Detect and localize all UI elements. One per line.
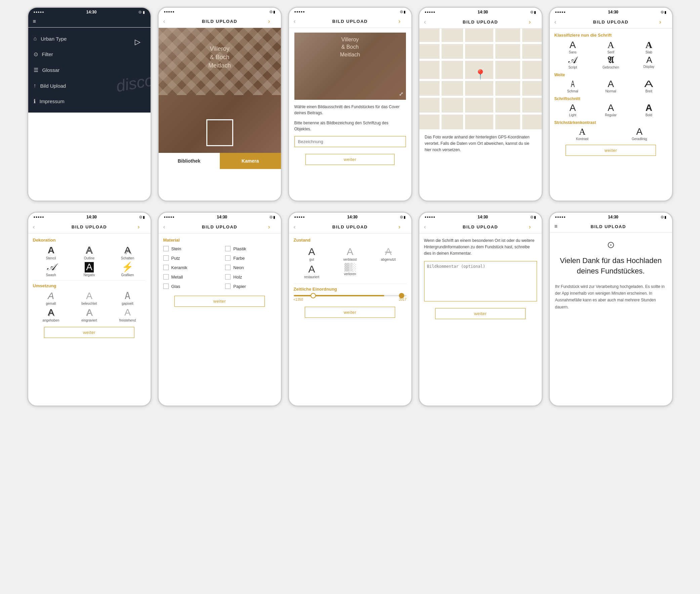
expand-icon[interactable]: ⤢: [399, 91, 403, 97]
mat-item-keramik[interactable]: Keramik: [163, 265, 214, 270]
checkbox-stein[interactable]: [163, 246, 169, 251]
nav-fwd-2-1[interactable]: ›: [138, 223, 146, 230]
label-verblasst: verblasst: [343, 258, 356, 261]
slider-thumb-left[interactable]: [311, 293, 316, 298]
deko-item-swash[interactable]: 𝒜 Swash: [33, 262, 69, 277]
checkbox-papier[interactable]: [225, 284, 230, 289]
classify-item-normal[interactable]: A Normal: [593, 79, 629, 93]
weiter-button-2-3[interactable]: weiter: [305, 307, 395, 318]
weiter-button-3[interactable]: weiter: [306, 154, 395, 165]
menu-item-filter[interactable]: ⊙ Filter: [34, 50, 145, 59]
nav-forward-arrow-4[interactable]: ›: [529, 19, 537, 26]
checkbox-neon[interactable]: [225, 265, 230, 270]
zustand-item-abgenutzt[interactable]: A abgenutzt: [370, 246, 407, 261]
deko-item-beleuchtet[interactable]: A beleuchtet: [71, 291, 107, 306]
nav-fwd-2-3[interactable]: ›: [399, 223, 407, 230]
nav-forward-arrow-5[interactable]: ›: [659, 19, 667, 26]
mat-item-stein[interactable]: Stein: [163, 246, 214, 251]
phone-2-5-thankyou: ●●●●● 14:30 ☉ ▮ ≡ BILD UPLOAD ⊙ Vielen D…: [549, 212, 673, 406]
checkbox-holz[interactable]: [225, 274, 230, 279]
menu-screen-content: ▷ ⌂ Urban Type ⊙ Filter ☰ Glossar ↑ Bild…: [28, 28, 151, 201]
mat-item-farbe[interactable]: Farbe: [225, 255, 276, 261]
nav-fwd-2-2[interactable]: ›: [268, 223, 276, 230]
tab-kamera[interactable]: Kamera: [220, 153, 281, 169]
comment-textarea[interactable]: [424, 261, 537, 301]
classify-item-geradlinig[interactable]: A Geradlinig: [612, 127, 667, 141]
deko-item-schatten[interactable]: A Schatten: [109, 245, 146, 260]
classify-item-breit[interactable]: A Breit: [630, 79, 667, 93]
deko-item-outline[interactable]: A Outline: [71, 245, 107, 260]
weiter-button-2-1[interactable]: weiter: [44, 327, 134, 338]
weiter-container-2-3: weiter: [294, 307, 407, 318]
map-mock[interactable]: 📍: [419, 29, 542, 129]
classify-item-regular[interactable]: A Regular: [593, 103, 629, 117]
slider-track[interactable]: [294, 295, 407, 296]
letter-negativ: A: [85, 262, 94, 272]
checkbox-glas[interactable]: [163, 284, 169, 289]
menu-item-urban-type[interactable]: ⌂ Urban Type: [34, 34, 145, 43]
letter-abgenutzt: A: [385, 246, 391, 257]
weiter-button-2-4[interactable]: weiter: [435, 308, 526, 319]
checkbox-metall[interactable]: [163, 274, 169, 279]
deko-item-stencil[interactable]: A Stencil: [33, 245, 69, 260]
menu-item-impressum[interactable]: ℹ Impressum: [34, 97, 145, 106]
map-road-h5: [419, 112, 542, 114]
nav-back-2-3[interactable]: ‹: [294, 223, 302, 230]
material-screen: Material Stein Plastik Putz: [159, 233, 281, 311]
mat-item-metall[interactable]: Metall: [163, 274, 214, 279]
classify-item-serif[interactable]: A Serif: [593, 40, 629, 54]
deko-item-gapixelt[interactable]: A gapixelt: [109, 291, 146, 306]
mat-item-holz[interactable]: Holz: [225, 274, 276, 279]
checkbox-plastik[interactable]: [225, 246, 230, 251]
classify-item-light[interactable]: A Light: [554, 103, 591, 117]
classify-item-bold[interactable]: A Bold: [630, 103, 667, 117]
zustand-item-verblasst[interactable]: A verblasst: [332, 246, 368, 261]
mat-item-papier[interactable]: Papier: [225, 284, 276, 289]
nav-back-arrow-4[interactable]: ‹: [424, 19, 432, 26]
deko-item-grafiken[interactable]: ⚡ Grafiken: [109, 262, 146, 277]
nav-back-2-2[interactable]: ‹: [163, 223, 171, 230]
nav-forward-arrow-3[interactable]: ›: [399, 18, 407, 25]
checkbox-putz[interactable]: [163, 255, 169, 261]
zustand-item-restauriert[interactable]: A restauriert: [294, 263, 330, 279]
hamburger-icon-thankyou[interactable]: ≡: [554, 223, 558, 229]
checkbox-farbe[interactable]: [225, 255, 230, 261]
classify-item-display[interactable]: A Display: [630, 56, 667, 69]
deko-item-angehoben[interactable]: A angehoben: [33, 307, 69, 322]
classify-item-kontrast[interactable]: A Kontrast: [554, 127, 610, 141]
mat-item-glas[interactable]: Glas: [163, 284, 214, 289]
weiter-button-2-2[interactable]: weiter: [174, 296, 265, 307]
weiter-button-5[interactable]: weiter: [566, 145, 656, 156]
bezeichnung-input[interactable]: [294, 136, 406, 147]
nav-fwd-2-4[interactable]: ›: [529, 223, 537, 230]
tab-bibliothek[interactable]: Bibliothek: [159, 153, 220, 169]
deko-item-negativ[interactable]: A Negativ: [71, 262, 107, 277]
zustand-item-gut[interactable]: A gut: [294, 246, 330, 261]
nav-back-arrow-3[interactable]: ‹: [294, 18, 302, 25]
deko-item-gemalt[interactable]: A gemalt: [33, 291, 69, 306]
zustand-item-verloren[interactable]: ▓▒░ verloren: [332, 263, 368, 279]
mat-item-putz[interactable]: Putz: [163, 255, 214, 261]
classify-item-sans[interactable]: A Sans: [554, 40, 591, 54]
nav-back-arrow-5[interactable]: ‹: [554, 19, 563, 26]
menu-item-glossar[interactable]: ☰ Glossar: [34, 66, 145, 74]
nav-back-2-4[interactable]: ‹: [424, 223, 432, 230]
deko-item-freistehend[interactable]: A freistehend: [109, 307, 146, 322]
classify-item-gebrochen[interactable]: 𝔄 Gebrochen: [593, 56, 629, 69]
classify-item-script[interactable]: 𝒜 Script: [554, 56, 591, 69]
nav-back-2-1[interactable]: ‹: [33, 223, 41, 230]
nav-back-arrow-2[interactable]: ‹: [163, 18, 171, 25]
nav-forward-arrow-2[interactable]: ›: [268, 18, 276, 25]
classify-item-slab[interactable]: A Slab: [630, 40, 667, 54]
slider-thumb-right[interactable]: [399, 293, 404, 298]
mat-item-neon[interactable]: Neon: [225, 265, 276, 270]
image-screen: Villeroy& BochMeitlach Bibliothek Kamera: [159, 28, 281, 169]
status-bar-4: ●●●●● 14:30 ☉ ▮: [419, 8, 542, 16]
hamburger-icon[interactable]: ≡: [33, 19, 36, 25]
mat-item-plastik[interactable]: Plastik: [225, 246, 276, 251]
classify-item-schmal[interactable]: A Schmal: [554, 79, 591, 93]
status-time: 14:30: [86, 10, 97, 14]
status-bar-2-2: ●●●●● 14:30 ☉ ▮: [159, 213, 281, 221]
deko-item-eingraviert[interactable]: A eingraviert: [71, 307, 107, 322]
checkbox-keramik[interactable]: [163, 265, 169, 270]
